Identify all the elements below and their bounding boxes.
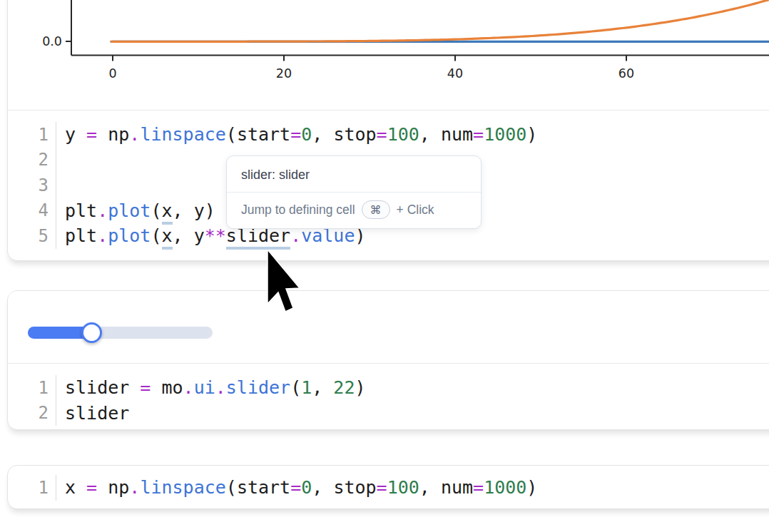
tooltip-click-hint: + Click — [397, 203, 434, 218]
command-key-glyph: ⌘ — [370, 203, 382, 217]
code-line[interactable]: 2slider — [8, 401, 769, 426]
line-number: 3 — [8, 173, 56, 198]
code-editor-x[interactable]: 1x = np.linspace(start=0, stop=100, num=… — [8, 466, 769, 509]
cell-x: 1x = np.linspace(start=0, stop=100, num=… — [7, 465, 769, 509]
line-number: 1 — [8, 122, 56, 148]
marimo-notebook: 0.00204060 1y = np.linspace(start=0, sto… — [0, 0, 769, 532]
tooltip-action-row: Jump to defining cell ⌘ + Click — [227, 193, 481, 228]
code-text: y = np.linspace(start=0, stop=100, num=1… — [56, 124, 537, 145]
slider-output — [8, 291, 769, 364]
slider[interactable] — [28, 321, 213, 345]
tooltip-title: slider: slider — [227, 156, 481, 192]
svg-text:20: 20 — [276, 66, 292, 81]
svg-text:0: 0 — [108, 66, 116, 81]
tooltip-action-label: Jump to defining cell — [241, 203, 355, 218]
code-line[interactable]: 1slider = mo.ui.slider(1, 22) — [8, 375, 769, 401]
code-editor-slider[interactable]: 1slider = mo.ui.slider(1, 22)2slider — [8, 364, 769, 430]
code-text: x = np.linspace(start=0, stop=100, num=1… — [56, 477, 537, 498]
svg-text:60: 60 — [618, 66, 634, 81]
plot-output: 0.00204060 — [8, 0, 769, 111]
slider-thumb[interactable] — [81, 322, 102, 343]
cell-slider: 1slider = mo.ui.slider(1, 22)2slider — [7, 290, 769, 430]
line-number: 1 — [8, 375, 56, 401]
command-key-badge: ⌘ — [362, 200, 390, 219]
matplotlib-line-chart: 0.00204060 — [8, 0, 769, 110]
line-number: 2 — [8, 401, 56, 426]
code-line[interactable]: 1y = np.linspace(start=0, stop=100, num=… — [8, 122, 769, 148]
mouse-cursor-icon — [267, 250, 302, 315]
code-text: slider — [56, 403, 129, 424]
line-number: 1 — [8, 475, 56, 501]
variable-tooltip: slider: slider Jump to defining cell ⌘ +… — [226, 155, 482, 229]
line-number: 2 — [8, 148, 56, 173]
code-text: slider = mo.ui.slider(1, 22) — [56, 377, 366, 398]
svg-text:40: 40 — [447, 66, 463, 81]
code-text: plt.plot(x, y) — [56, 200, 215, 221]
line-number: 5 — [8, 223, 56, 249]
line-number: 4 — [8, 198, 56, 224]
svg-text:0.0: 0.0 — [42, 34, 62, 48]
code-line[interactable]: 1x = np.linspace(start=0, stop=100, num=… — [8, 475, 769, 501]
